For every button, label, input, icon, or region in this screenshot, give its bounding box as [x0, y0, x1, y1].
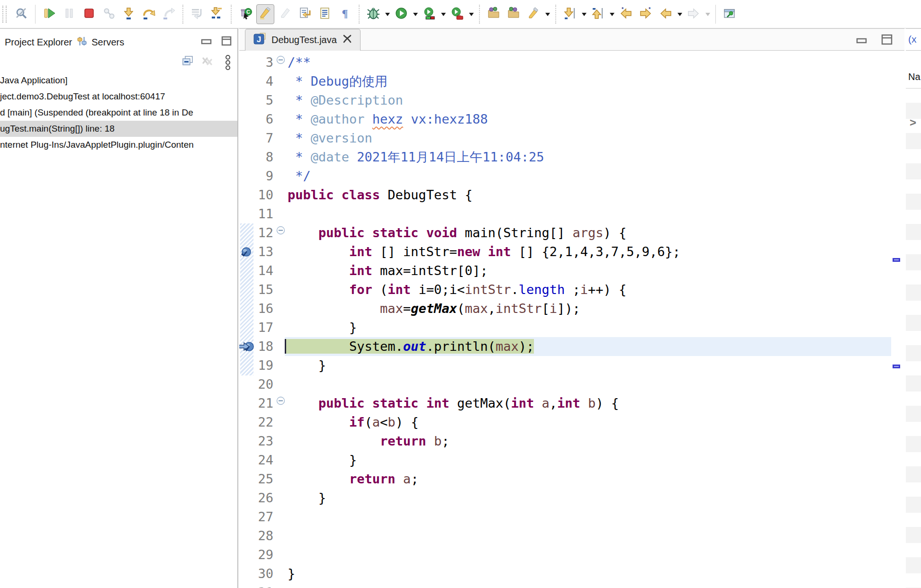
line-number[interactable]: 7 [254, 129, 274, 148]
debug-button[interactable] [364, 4, 382, 24]
minimize-panel-icon[interactable] [201, 36, 212, 49]
line-number[interactable]: 9 [254, 167, 274, 186]
line-number[interactable]: 23 [254, 432, 274, 451]
code-line[interactable]: 13 int [] intStr=new int [] {2,1,4,3,7,5… [239, 242, 904, 261]
run-button[interactable] [392, 4, 410, 24]
code-line[interactable]: 11 [239, 205, 904, 223]
use-step-filters-button[interactable] [208, 4, 226, 24]
code-line[interactable]: 22 if(a<b) { [239, 413, 904, 432]
code-line[interactable]: 19 } [239, 356, 904, 375]
tab-project-explorer[interactable]: Project Explorer [5, 37, 72, 48]
line-number[interactable]: 29 [254, 545, 274, 564]
mark-occurrences-dropdown-arrow-icon[interactable] [544, 4, 551, 24]
maximize-editor-icon[interactable] [881, 34, 893, 48]
collect-garbage-button[interactable]: C [236, 4, 254, 24]
resume-button[interactable] [40, 4, 58, 24]
code-line[interactable]: 26 } [239, 489, 904, 508]
debug-tree-row[interactable]: ugTest.main(String[]) line: 18 [0, 121, 237, 137]
code-line[interactable]: 31 [239, 583, 904, 588]
instruction-pointer-breakpoint-icon[interactable] [239, 337, 254, 356]
code-line[interactable]: 15 for (int i=0;i<intStr.length ;i++) { [239, 280, 904, 299]
debug-dropdown-arrow-icon[interactable] [384, 4, 390, 24]
coverage-button[interactable] [420, 4, 438, 24]
code-line[interactable]: 6 * @author hexz vx:hexz188 [239, 110, 904, 129]
code-line[interactable]: 7 * @version [239, 129, 904, 148]
line-number[interactable]: 24 [254, 451, 274, 470]
fold-collapse-icon[interactable] [274, 223, 288, 242]
close-tab-icon[interactable] [342, 34, 352, 46]
line-number[interactable]: 28 [254, 526, 274, 545]
step-over-button[interactable] [140, 4, 158, 24]
line-number[interactable]: 14 [254, 261, 274, 280]
editor-tab-debugtest[interactable]: J DebugTest.java [245, 29, 361, 51]
line-number[interactable]: 31 [254, 583, 274, 588]
code-line[interactable]: 4 * Debug的使用 [239, 72, 904, 91]
code-line[interactable]: 21 public static int getMax(int a,int b)… [239, 394, 904, 413]
code-line[interactable]: 3/** [239, 53, 904, 72]
previous-edit-location-button[interactable]: * [617, 4, 635, 24]
line-number[interactable]: 5 [254, 91, 274, 110]
code-line[interactable]: 10public class DebugTest { [239, 186, 904, 205]
code-line[interactable]: 30} [239, 564, 904, 583]
toolbar-drag-handle[interactable] [2, 6, 7, 23]
tab-servers[interactable]: Servers [76, 36, 124, 49]
line-number[interactable]: 27 [254, 508, 274, 526]
next-annotation-dropdown-arrow-icon[interactable] [581, 4, 587, 24]
debug-tree-row[interactable]: d [main] (Suspended (breakpoint at line … [0, 105, 237, 121]
code-line[interactable]: 16 max=getMax(max,intStr[i]); [239, 299, 904, 318]
fold-collapse-icon[interactable] [274, 53, 288, 72]
overview-ruler-marker[interactable] [893, 365, 900, 368]
debug-tree-row[interactable]: ject.demo3.DebugTest at localhost:60417 [0, 89, 237, 105]
back-button[interactable] [657, 4, 675, 24]
line-number[interactable]: 3 [254, 53, 274, 72]
line-number[interactable]: 25 [254, 470, 274, 489]
line-number[interactable]: 11 [254, 205, 274, 223]
code-line[interactable]: 12 public static void main(String[] args… [239, 223, 904, 242]
line-number[interactable]: 6 [254, 110, 274, 129]
last-edit-location-page-button[interactable] [296, 4, 314, 24]
variables-tab-icon[interactable]: (x [906, 29, 921, 51]
show-whitespace-button[interactable]: ¶ [336, 4, 354, 24]
coverage-dropdown-arrow-icon[interactable] [440, 4, 446, 24]
open-type-button[interactable] [485, 4, 503, 24]
variables-name-column-header[interactable]: Na [908, 71, 921, 82]
line-number[interactable]: 26 [254, 489, 274, 508]
line-number[interactable]: 30 [254, 564, 274, 583]
view-menu-button[interactable] [224, 54, 232, 72]
profile-dropdown-arrow-icon[interactable] [468, 4, 474, 24]
code-line[interactable]: 18 System.out.println(max); [239, 337, 904, 356]
code-editor[interactable]: 3/**4 * Debug的使用5 * @Description6 * @aut… [239, 51, 904, 588]
code-line[interactable]: 25 return a; [239, 470, 904, 489]
code-line[interactable]: 8 * @date 2021年11月14日上午11:04:25 [239, 148, 904, 167]
line-number[interactable]: 4 [254, 72, 274, 91]
line-number[interactable]: 16 [254, 299, 274, 318]
previous-annotation-dropdown-arrow-icon[interactable] [609, 4, 615, 24]
code-line[interactable]: 9 */ [239, 167, 904, 186]
next-annotation-button[interactable] [561, 4, 579, 24]
mark-occurrences-button[interactable] [524, 4, 542, 24]
maximize-panel-icon[interactable] [221, 36, 232, 49]
code-line[interactable]: 28 [239, 526, 904, 545]
line-number[interactable]: 20 [254, 375, 274, 394]
next-edit-location-button[interactable]: * [637, 4, 655, 24]
debug-tree-row[interactable]: nternet Plug-Ins/JavaAppletPlugin.plugin… [0, 137, 237, 153]
line-number[interactable]: 10 [254, 186, 274, 205]
line-number[interactable]: 13 [254, 242, 274, 261]
previous-annotation-button[interactable] [589, 4, 607, 24]
toggle-highlighter-button[interactable] [256, 4, 274, 24]
line-number[interactable]: 12 [254, 223, 274, 242]
run-dropdown-arrow-icon[interactable] [412, 4, 418, 24]
terminate-button[interactable] [80, 4, 98, 24]
open-resource-button[interactable] [505, 4, 523, 24]
code-line[interactable]: 14 int max=intStr[0]; [239, 261, 904, 280]
line-number[interactable]: 15 [254, 280, 274, 299]
code-line[interactable]: 20 [239, 375, 904, 394]
line-number[interactable]: 22 [254, 413, 274, 432]
overview-ruler-marker[interactable] [893, 258, 900, 262]
code-line[interactable]: 29 [239, 545, 904, 564]
breakpoint-icon[interactable] [239, 242, 254, 261]
pin-editor-button[interactable] [721, 4, 739, 24]
step-into-button[interactable] [120, 4, 138, 24]
back-dropdown-arrow-icon[interactable] [677, 4, 683, 24]
code-line[interactable]: 5 * @Description [239, 91, 904, 110]
